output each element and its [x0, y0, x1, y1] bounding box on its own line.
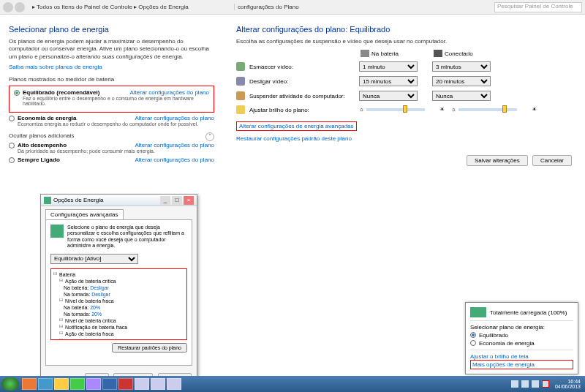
- page-title: Selecionar plano de energia: [9, 25, 214, 34]
- adjust-brightness-link[interactable]: Ajustar o brilho de tela: [470, 353, 529, 360]
- battery-icon: [470, 307, 486, 317]
- learn-more-link[interactable]: Saiba mais sobre planos de energia: [9, 64, 102, 70]
- taskbar-clock[interactable]: 16:4404/06/2013: [552, 379, 584, 389]
- change-plan-link[interactable]: Alterar configurações do plano: [135, 157, 214, 163]
- tray-network-icon[interactable]: [521, 380, 529, 388]
- tray-flag-icon[interactable]: [511, 380, 518, 388]
- tray-battery-icon[interactable]: [542, 380, 549, 388]
- maximize-button[interactable]: □: [172, 196, 182, 205]
- popup-plan-saver[interactable]: Economia de energia: [470, 340, 573, 347]
- plug-icon: [434, 50, 442, 57]
- brightness-plugged-slider[interactable]: [458, 108, 517, 111]
- tree-reserve-level[interactable]: Nível de bateria de reserva: [59, 338, 184, 340]
- battery-icon: [361, 50, 369, 57]
- breadcrumb-left[interactable]: ▸ Todos os Itens do Painel de Controle ▸…: [29, 4, 234, 10]
- row-sleep: Suspender atividade do computador: Nunca…: [236, 91, 572, 101]
- tree-low-action[interactable]: Ação de bateria fraca: [59, 331, 184, 337]
- advanced-settings-dialog: Opções de Energia _ □ × Configurações av…: [40, 194, 197, 377]
- change-plan-link[interactable]: Alterar configurações do plano: [135, 142, 214, 148]
- breadcrumb-right[interactable]: configurações do Plano: [234, 4, 402, 10]
- section-plans-meter: Planos mostrados no medidor de bateria: [9, 76, 214, 83]
- brightness-battery-slider[interactable]: [366, 108, 425, 111]
- sun-high-icon: ☀: [532, 106, 539, 113]
- battery-icon: [50, 225, 64, 238]
- tray-volume-icon[interactable]: [532, 380, 539, 388]
- popup-plan-balanced[interactable]: Equilibrado: [470, 332, 573, 339]
- dim-icon: [236, 62, 245, 71]
- tree-leaf[interactable]: Na bateria: 20%: [53, 304, 184, 311]
- taskbar-explorer-icon[interactable]: [54, 378, 69, 390]
- row-turn-off-display: Desligar vídeo: 15 minutos 20 minutos: [236, 76, 572, 86]
- taskbar: 16:4404/06/2013: [0, 376, 585, 392]
- sun-high-icon: ☀: [439, 106, 447, 113]
- taskbar-window-icon[interactable]: [135, 378, 149, 390]
- minimize-button[interactable]: _: [160, 196, 170, 205]
- search-input[interactable]: Pesquisar Painel de Controle: [494, 2, 582, 12]
- column-headers: Na bateria Conectado: [361, 50, 572, 57]
- select-plan-label: Selecionar plano de energia:: [470, 324, 573, 331]
- change-plan-link[interactable]: Alterar configurações do plano: [135, 115, 214, 121]
- advanced-power-link[interactable]: Alterar configurações de energia avançad…: [236, 121, 357, 131]
- power-options-panel: Selecionar plano de energia Os planos de…: [0, 15, 223, 377]
- plan-select[interactable]: Equilibrado [Ativo]: [50, 254, 138, 264]
- taskbar-app-icon[interactable]: [118, 378, 133, 390]
- plan-balanced[interactable]: Equilibrado (recomendável) Alterar confi…: [14, 89, 209, 106]
- dialog-titlebar[interactable]: Opções de Energia _ □ ×: [41, 195, 197, 206]
- plan-high-performance[interactable]: Alto desempenho Alterar configurações do…: [9, 142, 214, 154]
- row-brightness: Ajustar brilho do plano: ☼ ☀ ☼ ☀: [236, 105, 572, 114]
- tree-leaf[interactable]: Na tomada: Desligar: [53, 291, 184, 298]
- tree-critical-action[interactable]: Ação de bateria crítica: [59, 278, 184, 284]
- dim-plugged-select[interactable]: 3 minutos: [432, 61, 491, 72]
- sleep-battery-select[interactable]: Nunca: [359, 91, 418, 101]
- close-button[interactable]: ×: [184, 196, 194, 205]
- dialog-title: Opções de Energia: [53, 197, 104, 203]
- radio-icon[interactable]: [9, 116, 15, 121]
- plan-power-saver[interactable]: Economia de energia Alterar configuraçõe…: [9, 115, 214, 127]
- sun-low-icon: ☼: [451, 106, 458, 113]
- sleep-plugged-select[interactable]: Nunca: [432, 91, 491, 101]
- plan-always-on[interactable]: Sempre Ligado Alterar configurações do p…: [9, 157, 214, 163]
- more-power-options-link[interactable]: Mais opções de energia: [470, 360, 573, 369]
- page-description: Os planos de energia podem ajudar a maxi…: [9, 38, 214, 61]
- off-plugged-select[interactable]: 20 minutos: [432, 76, 491, 86]
- nav-back-button[interactable]: [3, 2, 13, 12]
- tree-critical-level[interactable]: Nível de bateria crítica: [59, 317, 184, 324]
- taskbar-window-icon[interactable]: [167, 378, 181, 390]
- collapse-button[interactable]: ˄: [205, 132, 214, 141]
- off-battery-select[interactable]: 15 minutos: [359, 76, 418, 86]
- taskbar-chrome-icon[interactable]: [70, 378, 85, 390]
- power-icon: [44, 197, 51, 204]
- change-plan-link[interactable]: Alterar configurações do plano: [129, 89, 209, 96]
- tree-leaf[interactable]: Na bateria: Desligar: [53, 284, 184, 291]
- radio-icon[interactable]: [9, 157, 15, 163]
- battery-tray-popup: Totalmente carregada (100%) Selecionar p…: [465, 302, 578, 374]
- radio-icon: [470, 340, 476, 346]
- nav-forward-button[interactable]: [15, 2, 25, 12]
- cancel-button[interactable]: Cancelar: [532, 155, 572, 166]
- tree-battery[interactable]: Bateria: [53, 271, 184, 278]
- battery-status: Totalmente carregada (100%): [490, 309, 567, 316]
- dialog-intro: Selecione o plano de energia que deseja …: [50, 225, 187, 249]
- taskbar-firefox-icon[interactable]: [22, 378, 37, 390]
- radio-icon[interactable]: [14, 90, 20, 96]
- tree-leaf[interactable]: Na tomada: 20%: [53, 311, 184, 317]
- restore-defaults-button[interactable]: Restaurar padrões do plano: [112, 343, 187, 353]
- taskbar-photoshop-icon[interactable]: [102, 378, 117, 390]
- tree-low-level[interactable]: Nível de bateria fraca: [59, 298, 184, 304]
- taskbar-window-icon[interactable]: [151, 378, 165, 390]
- row-dim-display: Esmaecer vídeo: 1 minuto 3 minutos: [236, 61, 572, 72]
- dim-battery-select[interactable]: 1 minuto: [359, 61, 418, 72]
- taskbar-app-icon[interactable]: [86, 378, 101, 390]
- save-button[interactable]: Salvar alterações: [467, 155, 528, 166]
- tab-advanced[interactable]: Configurações avançadas: [45, 209, 124, 219]
- sun-low-icon: ☼: [359, 106, 366, 113]
- plan-balanced-highlight: Equilibrado (recomendável) Alterar confi…: [9, 86, 214, 113]
- start-button[interactable]: [1, 377, 19, 391]
- taskbar-ie-icon[interactable]: [38, 378, 53, 390]
- radio-icon[interactable]: [9, 143, 15, 148]
- display-off-icon: [236, 77, 245, 86]
- page-title: Alterar configurações do plano: Equilibr…: [236, 25, 572, 34]
- section-additional-plans: Ocultar planos adicionais ˄: [9, 132, 214, 139]
- tree-low-notification[interactable]: Notificação de bateria fraca: [59, 324, 184, 331]
- restore-plan-defaults-link[interactable]: Restaurar configurações padrão deste pla…: [236, 135, 352, 142]
